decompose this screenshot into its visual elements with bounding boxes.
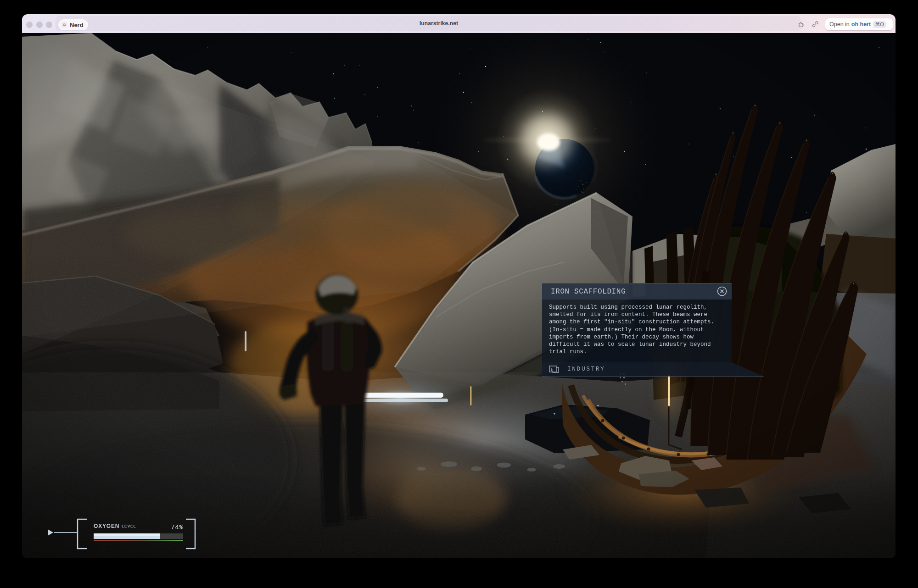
svg-text:LEVEL: LEVEL: [122, 524, 136, 528]
svg-text:74%: 74%: [171, 524, 184, 532]
svg-text:OXYGEN: OXYGEN: [94, 523, 119, 529]
